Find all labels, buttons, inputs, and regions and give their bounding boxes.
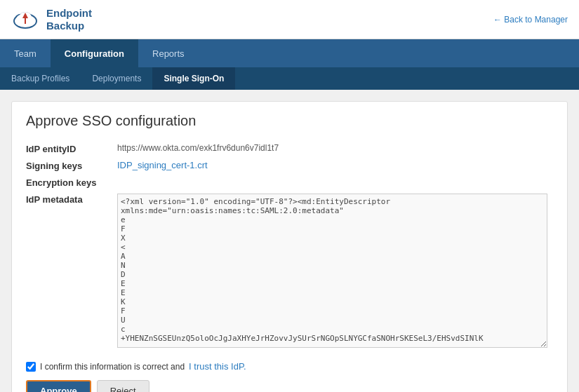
confirm-text-before: I confirm this information is correct an… xyxy=(40,362,185,372)
secondary-nav: Backup Profiles Deployments Single Sign-… xyxy=(0,67,579,90)
nav-item-deployments[interactable]: Deployments xyxy=(81,67,152,90)
reject-button[interactable]: Reject xyxy=(97,380,149,392)
logo-area: Endpoint Backup xyxy=(11,6,92,34)
nav-item-backup-profiles[interactable]: Backup Profiles xyxy=(0,67,81,90)
idp-metadata-textarea[interactable] xyxy=(117,194,547,348)
form-table: IdP entityID https://www.okta.com/exk1fr… xyxy=(26,140,553,353)
confirm-checkbox[interactable] xyxy=(26,362,36,372)
encryption-keys-row: Encryption keys xyxy=(26,174,553,191)
nav-item-reports[interactable]: Reports xyxy=(138,39,199,67)
encryption-keys-label: Encryption keys xyxy=(26,174,117,191)
back-to-manager-link[interactable]: ← Back to Manager xyxy=(493,15,568,25)
idp-entity-id-label: IdP entityID xyxy=(26,140,117,157)
idp-entity-id-value: https://www.okta.com/exk1frv6dun6v7idl1t… xyxy=(117,140,553,157)
idp-metadata-label: IdP metadata xyxy=(26,191,117,353)
nav-item-configuration[interactable]: Configuration xyxy=(51,39,138,67)
app-header: Endpoint Backup ← Back to Manager xyxy=(0,0,579,39)
idp-entity-id-row: IdP entityID https://www.okta.com/exk1fr… xyxy=(26,140,553,157)
button-row: Approve Reject xyxy=(26,380,553,392)
primary-nav: Team Configuration Reports xyxy=(0,39,579,67)
app-logo-icon xyxy=(11,6,39,34)
signing-keys-link[interactable]: IDP_signing_cert-1.crt xyxy=(117,160,208,170)
confirm-row: I confirm this information is correct an… xyxy=(26,361,553,372)
sso-config-card: Approve SSO configuration IdP entityID h… xyxy=(11,101,568,392)
signing-keys-label: Signing keys xyxy=(26,157,117,174)
logo-text: Endpoint Backup xyxy=(46,7,92,32)
page-title: Approve SSO configuration xyxy=(26,113,553,129)
trust-idp-link[interactable]: I trust this IdP. xyxy=(189,361,246,372)
signing-keys-row: Signing keys IDP_signing_cert-1.crt xyxy=(26,157,553,174)
nav-item-team[interactable]: Team xyxy=(0,39,51,67)
idp-metadata-row: IdP metadata xyxy=(26,191,553,353)
approve-button[interactable]: Approve xyxy=(26,380,91,392)
main-content: Approve SSO configuration IdP entityID h… xyxy=(0,90,579,392)
nav-item-single-sign-on[interactable]: Single Sign-On xyxy=(152,67,235,90)
